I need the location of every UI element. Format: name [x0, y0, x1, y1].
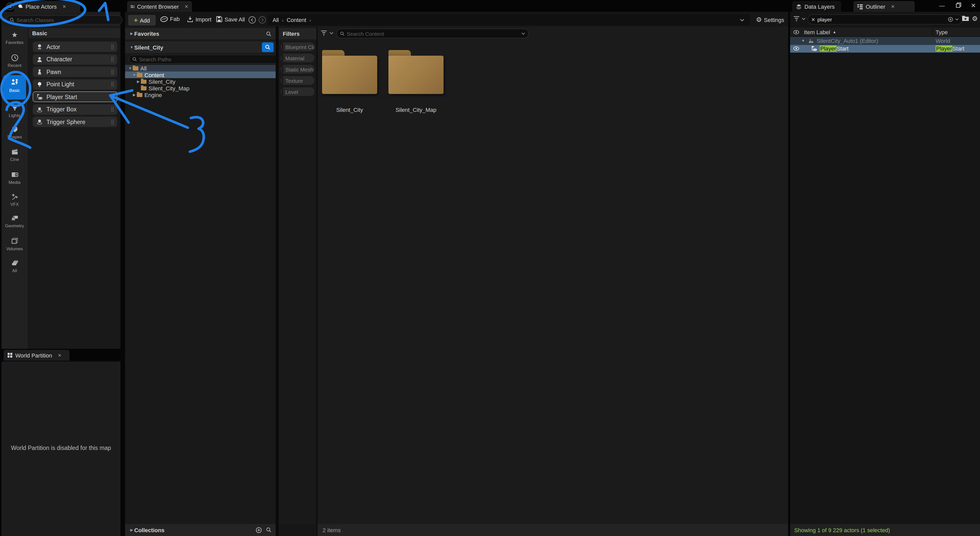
path-header[interactable]: ▼ Silent_City — [125, 41, 275, 53]
expander-icon[interactable]: ▼ — [127, 66, 133, 70]
search-paths-field[interactable] — [129, 55, 279, 64]
outliner-search-field[interactable]: ✕ — [808, 14, 963, 24]
back-button[interactable] — [248, 16, 256, 24]
filter-funnel-icon[interactable] — [793, 16, 800, 21]
tree-item-silent-city-map[interactable]: Silent_City_Map — [125, 85, 291, 91]
expander-icon[interactable]: ▼ — [129, 45, 134, 49]
settings-button[interactable]: ⚙ Settings — [756, 16, 784, 24]
expander-icon[interactable]: ▶ — [132, 93, 137, 97]
sidebar-item-geometry[interactable]: Geometry — [2, 214, 27, 228]
list-item-actor[interactable]: Actor — [33, 41, 118, 52]
list-item-pawn[interactable]: Pawn — [33, 66, 118, 77]
search-classes-input[interactable] — [17, 17, 119, 23]
column-divider[interactable] — [932, 29, 932, 35]
clear-search-icon[interactable]: ✕ — [811, 17, 815, 22]
chevron-down-icon[interactable] — [329, 32, 334, 35]
column-header-item-label[interactable]: Item Label — [804, 29, 830, 35]
tree-item-silent-city[interactable]: ▶ Silent_City — [125, 78, 286, 85]
sidebar-item-vfx[interactable]: VFX — [2, 193, 27, 207]
window-minimize-button[interactable]: — — [939, 3, 945, 9]
breadcrumb[interactable]: All › Content › — [267, 14, 750, 26]
list-item-trigger-box[interactable]: Trigger Box — [33, 104, 118, 115]
add-filter-icon[interactable] — [948, 16, 953, 22]
filter-pill-texture[interactable]: Texture — [281, 76, 314, 85]
expander-icon[interactable]: ▶ — [129, 528, 134, 532]
list-item-trigger-sphere[interactable]: Trigger Sphere — [33, 116, 118, 127]
unreal-logo-icon[interactable]: u — [6, 2, 14, 10]
filter-pill-static-mesh[interactable]: Static Mesh — [281, 65, 314, 73]
search-icon[interactable] — [266, 527, 272, 533]
tab-place-actors[interactable]: Place Actors ✕ — [14, 1, 80, 12]
chevron-down-icon[interactable] — [955, 18, 959, 21]
search-classes-field[interactable] — [6, 15, 123, 24]
sidebar-item-cine[interactable]: Cine — [2, 148, 27, 162]
breadcrumb-root[interactable]: All — [272, 17, 279, 23]
drag-handle-icon[interactable] — [111, 94, 114, 99]
asset-folder-silent-city-map[interactable] — [388, 50, 444, 94]
sidebar-item-lights[interactable]: Lights — [2, 104, 27, 118]
sidebar-item-favorites[interactable]: ★ Favorites — [2, 30, 27, 45]
search-paths-input[interactable] — [139, 56, 275, 62]
search-paths-toggle-button[interactable] — [262, 42, 274, 52]
asset-folder-label[interactable]: Silent_City — [314, 107, 385, 113]
drag-handle-icon[interactable] — [111, 107, 114, 112]
save-all-button[interactable]: Save All — [216, 16, 245, 22]
tree-item-all[interactable]: ▼ All — [125, 65, 278, 72]
divider[interactable] — [275, 27, 279, 536]
close-icon[interactable]: ✕ — [891, 4, 895, 9]
tree-item-content[interactable]: ▼ Content — [125, 72, 282, 78]
sidebar-item-volumes[interactable]: Volumes — [2, 237, 27, 251]
window-restore-button[interactable] — [956, 2, 962, 8]
list-item-player-start[interactable]: Player Start — [33, 91, 118, 102]
search-content-input[interactable] — [347, 30, 519, 37]
close-icon[interactable]: ✕ — [62, 4, 66, 9]
collections-header[interactable]: ▶ Collections — [125, 524, 275, 536]
sidebar-item-basic[interactable]: Basic — [3, 75, 26, 100]
close-icon[interactable]: ✕ — [58, 353, 62, 358]
window-close-button[interactable]: ✕ — [971, 2, 976, 9]
new-folder-icon[interactable] — [962, 15, 969, 22]
list-item-point-light[interactable]: Point Light — [33, 79, 118, 89]
tab-world-partition[interactable]: World Partition ✕ — [3, 350, 69, 361]
drag-handle-icon[interactable] — [111, 82, 114, 87]
chevron-down-icon[interactable] — [521, 32, 525, 35]
sort-ascending-icon[interactable]: ▲ — [833, 30, 836, 34]
asset-folder-label[interactable]: Silent_City_Map — [380, 107, 452, 113]
chevron-down-icon[interactable] — [801, 18, 806, 21]
filter-pill-blueprint-class[interactable]: Blueprint Class — [281, 42, 314, 51]
tree-item-engine[interactable]: ▶ Engine — [125, 91, 282, 98]
tab-data-layers[interactable]: Data Layers — [792, 1, 841, 12]
outliner-search-input[interactable] — [818, 16, 946, 22]
expander-icon[interactable]: ▶ — [129, 32, 134, 36]
sidebar-item-recent[interactable]: Recent — [2, 54, 27, 68]
expander-icon[interactable]: ▼ — [801, 39, 805, 43]
search-icon[interactable] — [266, 31, 272, 37]
sidebar-item-media[interactable]: Media — [2, 171, 27, 185]
add-button[interactable]: + Add — [128, 15, 156, 26]
visibility-eye-icon[interactable] — [793, 47, 799, 51]
import-button[interactable]: Import — [187, 16, 211, 22]
filter-pill-material[interactable]: Material — [281, 54, 314, 62]
outliner-settings-gear-icon[interactable]: ⚙ — [972, 15, 978, 22]
drag-handle-icon[interactable] — [111, 69, 114, 74]
search-content-field[interactable] — [336, 29, 529, 38]
list-item-character[interactable]: Character — [33, 54, 118, 65]
sidebar-item-shapes[interactable]: Shapes — [2, 125, 27, 139]
column-header-type[interactable]: Type — [935, 29, 948, 35]
expander-icon[interactable]: ▶ — [136, 80, 141, 83]
tab-outliner[interactable]: Outliner ✕ — [853, 1, 915, 12]
expander-icon[interactable]: ▼ — [132, 73, 137, 77]
drag-handle-icon[interactable] — [111, 119, 114, 124]
tab-content-browser[interactable]: Content Browser ✕ — [127, 1, 192, 12]
asset-folder-silent-city[interactable] — [322, 50, 377, 94]
favorites-header[interactable]: ▶ Favorites — [125, 28, 275, 39]
visibility-column-eye-icon[interactable] — [793, 30, 799, 34]
forward-button[interactable] — [258, 16, 266, 24]
fab-button[interactable]: Fab — [160, 16, 180, 22]
breadcrumb-current[interactable]: Content — [286, 17, 306, 23]
drag-handle-icon[interactable] — [111, 44, 114, 49]
close-icon[interactable]: ✕ — [185, 4, 188, 9]
filter-funnel-icon[interactable] — [321, 30, 327, 36]
drag-handle-icon[interactable] — [111, 57, 114, 62]
chevron-down-icon[interactable] — [740, 18, 745, 22]
